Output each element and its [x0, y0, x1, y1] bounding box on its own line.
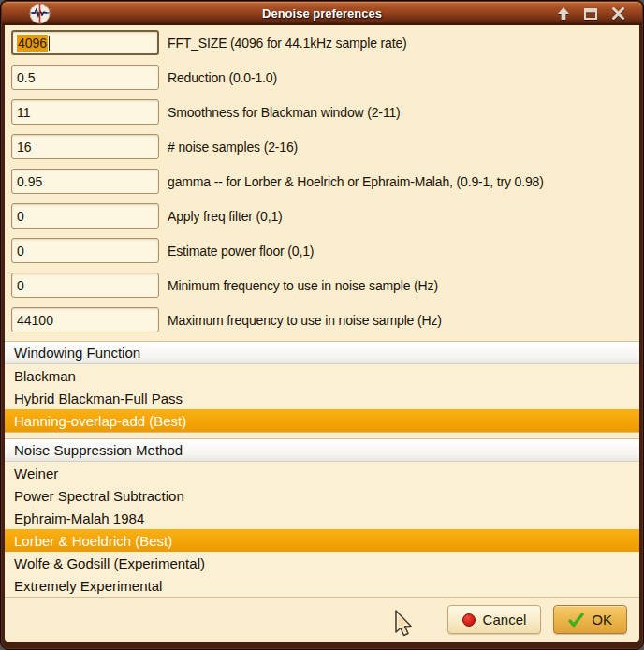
field-row-reduction: 0.5 Reduction (0.0-1.0) — [11, 64, 639, 91]
field-row-smoothness: 11 Smoothness for Blackman window (2-11) — [11, 98, 639, 126]
field-row-freq-filter: 0 Apply freq filter (0,1) — [11, 202, 639, 229]
list-item-weiner[interactable]: Weiner — [5, 462, 639, 484]
list-item-power-spectral[interactable]: Power Spectral Subtraction — [5, 484, 639, 507]
noise-suppression-list: Noise Suppression Method Weiner Power Sp… — [5, 438, 639, 598]
list-item-blackman[interactable]: Blackman — [5, 364, 639, 387]
fft-size-label: FFT_SIZE (4096 for 44.1kHz sample rate) — [168, 36, 407, 51]
close-icon — [612, 7, 624, 20]
maximize-window-button[interactable] — [581, 5, 600, 22]
selected-text: 4096 — [17, 35, 48, 52]
min-freq-input[interactable]: 0 — [11, 273, 159, 298]
field-row-noise-samples: 16 # noise samples (2-16) — [11, 133, 639, 160]
power-floor-input[interactable]: 0 — [11, 238, 159, 263]
parameter-fields: 4096 FFT_SIZE (4096 for 44.1kHz sample r… — [5, 25, 639, 333]
power-floor-label: Estimate power floor (0,1) — [168, 244, 314, 259]
list-item-lorber-hoeldrich[interactable]: Lorber & Hoeldrich (Best) — [5, 529, 639, 552]
noise-samples-label: # noise samples (2-16) — [168, 140, 298, 155]
list-item-hybrid-blackman[interactable]: Hybrid Blackman-Full Pass — [5, 387, 639, 409]
screen: Denoise preferences — [0, 0, 644, 650]
noise-suppression-header[interactable]: Noise Suppression Method — [5, 439, 639, 462]
arrow-up-icon — [557, 7, 570, 20]
list-item-wolfe-godsill[interactable]: Wolfe & Godsill (Experimental) — [5, 552, 639, 574]
windowing-function-list: Windowing Function Blackman Hybrid Black… — [5, 341, 639, 433]
list-item-ephraim-malah[interactable]: Ephraim-Malah 1984 — [5, 507, 639, 529]
denoise-preferences-dialog: Denoise preferences — [0, 0, 644, 650]
windowing-function-header[interactable]: Windowing Function — [5, 342, 639, 364]
smoothness-label: Smoothness for Blackman window (2-11) — [168, 105, 401, 120]
list-item-extremely-experimental[interactable]: Extremely Experimental — [5, 574, 639, 597]
noise-samples-input[interactable]: 16 — [11, 134, 159, 159]
close-window-button[interactable] — [608, 5, 627, 22]
gamma-label: gamma -- for Lorber & Hoelrich or Ephrai… — [168, 174, 544, 189]
field-row-max-freq: 44100 Maximum frequency to use in noise … — [11, 306, 639, 333]
reduction-input[interactable]: 0.5 — [11, 65, 159, 90]
list-item-hanning-overlap-add[interactable]: Hanning-overlap-add (Best) — [5, 409, 639, 432]
freq-filter-input[interactable]: 0 — [11, 203, 159, 229]
max-freq-label: Maximum frequency to use in noise sample… — [168, 313, 442, 328]
titlebar[interactable]: Denoise preferences — [2, 2, 642, 25]
button-bar: Cancel OK — [5, 605, 639, 634]
field-row-power-floor: 0 Estimate power floor (0,1) — [11, 237, 639, 264]
window-title: Denoise preferences — [2, 2, 642, 25]
min-freq-label: Minimum frequency to use in noise sample… — [168, 278, 438, 293]
ok-checkmark-icon — [568, 613, 584, 628]
fft-size-input[interactable]: 4096 — [11, 30, 159, 55]
dialog-content: 4096 FFT_SIZE (4096 for 44.1kHz sample r… — [5, 25, 639, 642]
max-freq-input[interactable]: 44100 — [11, 307, 159, 332]
freq-filter-label: Apply freq filter (0,1) — [168, 209, 283, 224]
cancel-button[interactable]: Cancel — [447, 605, 542, 634]
maximize-icon — [584, 8, 597, 20]
smoothness-input[interactable]: 11 — [11, 99, 159, 125]
cancel-red-circle-icon — [462, 613, 476, 627]
text-caret — [49, 36, 50, 51]
window-controls — [554, 5, 627, 22]
field-row-gamma: 0.95 gamma -- for Lorber & Hoelrich or E… — [11, 168, 639, 195]
ok-button-label: OK — [592, 612, 612, 628]
field-row-min-freq: 0 Minimum frequency to use in noise samp… — [11, 272, 639, 299]
gamma-input[interactable]: 0.95 — [11, 169, 159, 194]
reduction-label: Reduction (0.0-1.0) — [168, 70, 277, 85]
shade-window-button[interactable] — [554, 5, 573, 22]
cancel-button-label: Cancel — [483, 612, 527, 628]
ok-button[interactable]: OK — [553, 605, 627, 634]
field-row-fft-size: 4096 FFT_SIZE (4096 for 44.1kHz sample r… — [11, 29, 639, 56]
